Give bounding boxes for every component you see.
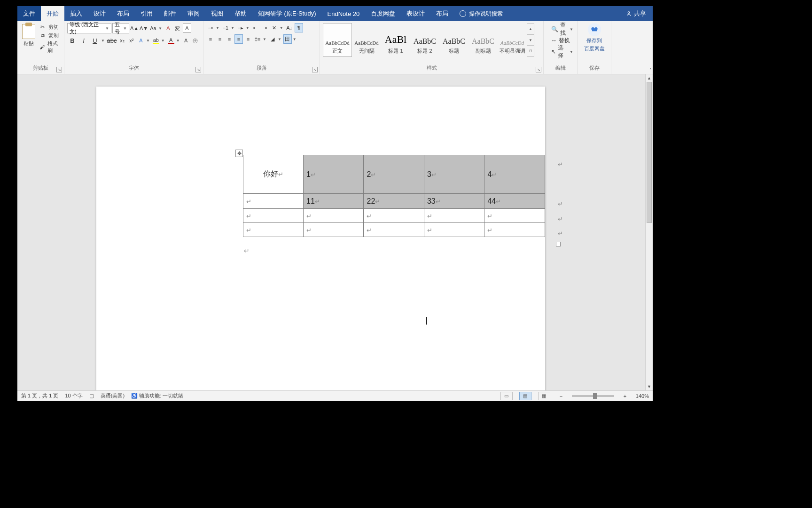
tab-design[interactable]: 设计 xyxy=(88,6,111,21)
dropdown-icon[interactable]: ▼ xyxy=(262,37,267,41)
table-cell[interactable]: 44↵ xyxy=(484,194,545,209)
dropdown-icon[interactable]: ▼ xyxy=(175,39,181,43)
font-color-button[interactable]: A xyxy=(167,36,175,45)
collapse-ribbon-button[interactable]: ˄ xyxy=(649,68,652,73)
align-left-button[interactable]: ≡ xyxy=(206,34,215,44)
tab-references[interactable]: 引用 xyxy=(135,6,158,21)
table-cell[interactable]: ↵ xyxy=(364,209,424,223)
table-cell[interactable]: 3↵ xyxy=(424,155,484,194)
tab-view[interactable]: 视图 xyxy=(205,6,229,21)
grow-font-button[interactable]: A▲ xyxy=(130,24,139,33)
borders-button[interactable]: 田 xyxy=(283,34,292,44)
cut-button[interactable]: ✂剪切 xyxy=(39,23,61,31)
align-center-button[interactable]: ≡ xyxy=(216,34,224,44)
format-painter-button[interactable]: 🖌格式刷 xyxy=(39,40,61,54)
share-button[interactable]: 共享 xyxy=(619,6,653,21)
table-cell[interactable]: 11↵ xyxy=(304,194,364,209)
tab-baidu[interactable]: 百度网盘 xyxy=(365,6,401,21)
shading-button[interactable]: ◢ xyxy=(268,34,277,44)
copy-button[interactable]: ⧉复制 xyxy=(39,32,61,39)
zoom-out-button[interactable]: − xyxy=(557,391,565,401)
table-cell[interactable]: 1↵ xyxy=(304,155,364,194)
show-marks-button[interactable]: ¶ xyxy=(295,23,303,32)
table-resize-handle[interactable] xyxy=(556,242,561,246)
scroll-down-button[interactable]: ▼ xyxy=(646,383,653,390)
select-button[interactable]: ↖选择▼ xyxy=(551,47,573,57)
vertical-scrollbar[interactable]: ▲ ▼ xyxy=(645,74,653,390)
dropdown-icon[interactable]: ▼ xyxy=(245,26,250,30)
save-to-baidu-button[interactable]: 保存到 百度网盘 xyxy=(580,23,608,52)
spellcheck-icon[interactable]: ▢ xyxy=(89,393,94,399)
table-cell[interactable]: 22↵ xyxy=(364,194,424,209)
table-cell[interactable]: ↵ xyxy=(304,223,364,237)
find-button[interactable]: 🔍查找▼ xyxy=(551,24,573,34)
scroll-up-button[interactable]: ▲ xyxy=(646,74,653,82)
style-gallery-item[interactable]: AaBbCcDd不明显强调 xyxy=(498,23,527,57)
tab-table-layout[interactable]: 布局 xyxy=(430,6,454,21)
bullets-button[interactable]: ≡• xyxy=(206,23,215,32)
zoom-slider[interactable] xyxy=(572,395,614,397)
dropdown-icon[interactable]: ▼ xyxy=(292,37,297,41)
align-justify-button[interactable]: ≡ xyxy=(234,34,243,44)
asian-layout-button[interactable]: ✕ xyxy=(270,23,279,32)
line-spacing-button[interactable]: ‡≡ xyxy=(253,34,262,44)
style-gallery-item[interactable]: AaBbC标题 2 xyxy=(410,23,439,57)
accessibility-status[interactable]: ♿ 辅助功能: 一切就绪 xyxy=(131,392,183,399)
superscript-button[interactable]: x² xyxy=(127,36,136,45)
table-cell[interactable]: ↵ xyxy=(243,194,304,209)
dropdown-icon[interactable]: ▼ xyxy=(100,39,106,43)
tell-me-search[interactable]: 操作说明搜索 xyxy=(454,6,508,21)
tab-home[interactable]: 开始 xyxy=(41,6,64,21)
align-right-button[interactable]: ≡ xyxy=(225,34,234,44)
document-table[interactable]: 你好↵1↵2↵3↵4↵↵11↵22↵33↵44↵↵↵↵↵↵↵↵↵↵↵ xyxy=(243,155,545,237)
table-cell[interactable]: ↵ xyxy=(424,223,484,237)
dropdown-icon[interactable]: ▼ xyxy=(215,26,220,30)
enclose-characters-button[interactable]: ㊥ xyxy=(191,36,200,45)
print-layout-button[interactable]: ▤ xyxy=(519,392,531,400)
table-cell[interactable]: ↵ xyxy=(484,209,545,223)
font-size-combo[interactable]: 五号▼ xyxy=(112,23,129,33)
style-gallery-item[interactable]: AaBbC副标题 xyxy=(468,23,498,57)
tab-help[interactable]: 帮助 xyxy=(229,6,252,21)
tab-insert[interactable]: 插入 xyxy=(64,6,88,21)
table-cell[interactable]: ↵ xyxy=(484,223,545,237)
paste-button[interactable]: 粘贴 xyxy=(20,23,37,47)
read-mode-button[interactable]: ▭ xyxy=(500,392,513,400)
character-border-button[interactable]: A xyxy=(183,24,191,33)
dropdown-icon[interactable]: ▼ xyxy=(160,39,166,43)
dropdown-icon[interactable]: ▼ xyxy=(145,39,151,43)
numbering-button[interactable]: ≡1 xyxy=(221,23,230,32)
change-case-button[interactable]: Aa xyxy=(149,24,157,33)
highlight-button[interactable]: ab xyxy=(152,36,160,45)
dropdown-icon[interactable]: ▼ xyxy=(277,37,282,41)
phonetic-guide-button[interactable]: 変 xyxy=(173,24,182,33)
bold-button[interactable]: B xyxy=(67,35,78,46)
table-cell[interactable]: ↵ xyxy=(364,223,424,237)
decrease-indent-button[interactable]: ⇤ xyxy=(251,23,260,32)
page[interactable]: ✥ 你好↵1↵2↵3↵4↵↵11↵22↵33↵44↵↵↵↵↵↵↵↵↵↵↵ ↵ ↵… xyxy=(96,87,545,390)
distributed-button[interactable]: ≡ xyxy=(244,34,252,44)
table-cell[interactable]: 33↵ xyxy=(424,194,484,209)
zoom-in-button[interactable]: + xyxy=(621,391,629,401)
strikethrough-button[interactable]: abc xyxy=(107,35,117,46)
tab-layout[interactable]: 布局 xyxy=(111,6,135,21)
style-gallery-item[interactable]: AaBbCcDd无间隔 xyxy=(352,23,381,57)
web-layout-button[interactable]: ▦ xyxy=(538,392,550,400)
shrink-font-button[interactable]: A▼ xyxy=(140,24,148,33)
style-gallery-item[interactable]: AaBl标题 1 xyxy=(381,23,410,57)
page-number-status[interactable]: 第 1 页，共 1 页 xyxy=(21,392,58,399)
table-cell[interactable]: ↵ xyxy=(243,209,304,223)
style-gallery-item[interactable]: AaBbC标题 xyxy=(439,23,468,57)
dropdown-icon[interactable]: ▼ xyxy=(230,26,235,30)
scroll-thumb[interactable] xyxy=(647,82,652,223)
tab-file[interactable]: 文件 xyxy=(17,6,41,21)
word-count-status[interactable]: 10 个字 xyxy=(65,392,82,399)
character-shading-button[interactable]: A xyxy=(182,36,190,45)
tab-endnote[interactable]: EndNote 20 xyxy=(322,6,366,21)
styles-scroll[interactable]: ▲▼⊟ xyxy=(527,23,534,57)
subscript-button[interactable]: x₂ xyxy=(118,36,126,45)
dropdown-icon[interactable]: ▼ xyxy=(157,26,163,31)
table-cell[interactable]: 4↵ xyxy=(484,155,545,194)
font-dialog-launcher[interactable]: ↘ xyxy=(195,67,201,72)
underline-button[interactable]: U xyxy=(90,35,100,46)
